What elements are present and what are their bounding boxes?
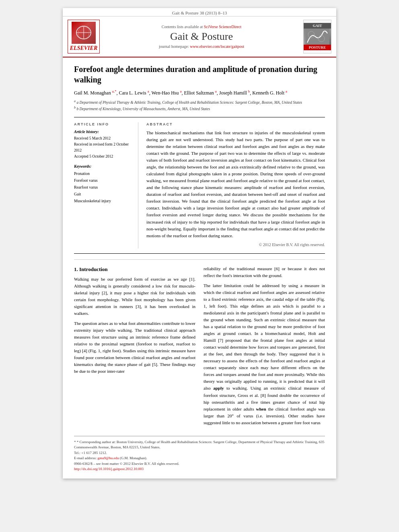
keyword-musculoskeletal: Musculoskeletal injury — [74, 197, 133, 204]
elsevier-logo: ELSEVIER — [68, 20, 100, 53]
homepage-link[interactable]: www.elsevier.com/locate/gaitpost — [190, 44, 244, 49]
article-content: Forefoot angle determines duration and a… — [63, 58, 336, 479]
footnote-corresponding: * * Corresponding author at: Boston Univ… — [74, 440, 325, 450]
abstract-column: ABSTRACT The biomechanical mechanisms th… — [146, 122, 325, 249]
journal-reference: Gait & Posture 38 (2013) 8–13 — [63, 8, 336, 16]
keyword-pronation: Pronation — [74, 170, 133, 177]
abstract-text: The biomechanical mechanisms that link f… — [146, 129, 325, 239]
article-history-label: Article history: — [74, 129, 133, 134]
gp-badge-image — [304, 29, 331, 45]
section-divider — [74, 259, 325, 260]
footnote-tel: Tel.: +1 617 285 1212. — [74, 450, 325, 456]
keyword-forefoot-varus: Forefoot varus — [74, 177, 133, 184]
doi-link[interactable]: http://dx.doi.org/10.1016/j.gaitpost.201… — [74, 467, 144, 471]
article-dates: Received 5 March 2012 Received in revise… — [74, 136, 133, 160]
sciverse-link: Contents lists available at SciVerse Sci… — [162, 25, 242, 29]
footnote-doi: http://dx.doi.org/10.1016/j.gaitpost.201… — [74, 466, 325, 472]
intro-para2: The question arises as to what foot abno… — [74, 320, 195, 375]
keywords-section: Keywords: Pronation Forefoot varus Rearf… — [74, 164, 133, 204]
article-title: Forefoot angle determines duration and a… — [74, 64, 325, 85]
journal-header: ELSEVIER Contents lists available at Sci… — [63, 16, 336, 58]
elsevier-text: ELSEVIER — [70, 45, 97, 51]
journal-center: Contents lists available at SciVerse Sci… — [104, 20, 299, 53]
authors: Gail M. Monaghan a,*, Cara L. Lewis a, W… — [74, 89, 325, 97]
journal-homepage: journal homepage: www.elsevier.com/locat… — [159, 44, 244, 49]
keyword-rearfoot-varus: Rearfoot varus — [74, 184, 133, 191]
affiliation-b: b Department of Kinesiology, University … — [76, 107, 210, 111]
intro-para1: Walking may be our preferred form of exe… — [74, 276, 195, 317]
intro-para3: reliability of the traditional measure [… — [204, 265, 325, 279]
journal-title: Gait & Posture — [170, 31, 233, 43]
journal-ref-text: Gait & Posture 38 (2013) 8–13 — [172, 10, 227, 15]
gp-badge-top: GAIT — [304, 23, 331, 29]
affiliations: a a Department of Physical Therapy & Ath… — [74, 99, 325, 112]
email-link[interactable]: gmu9@bu.edu — [97, 456, 119, 460]
intro-para4: The latter limitation could be addressed… — [204, 282, 325, 426]
affiliation-a: a Department of Physical Therapy & Athle… — [76, 101, 302, 105]
received-date: Received 5 March 2012 — [74, 136, 133, 142]
abstract-heading: ABSTRACT — [146, 122, 325, 126]
keywords-label: Keywords: — [74, 164, 133, 168]
intro-title: 1. Introduction — [74, 265, 195, 273]
copyright-line: © 2012 Elsevier B.V. All rights reserved… — [146, 242, 325, 249]
sciverse-link-anchor[interactable]: SciVerse ScienceDirect — [204, 25, 242, 29]
body-section: 1. Introduction Walking may be our prefe… — [74, 265, 325, 429]
keyword-gait: Gait — [74, 191, 133, 197]
gait-posture-badge: GAIT POSTURE — [303, 20, 331, 53]
body-right-column: reliability of the traditional measure [… — [204, 265, 325, 429]
article-info-abstract-section: ARTICLE INFO Article history: Received 5… — [74, 117, 325, 254]
gp-badge-bottom: POSTURE — [304, 45, 331, 50]
footnote-issn: 0966-6362/$ – see front matter © 2012 El… — [74, 461, 325, 467]
body-left-column: 1. Introduction Walking may be our prefe… — [74, 265, 195, 429]
revised-date: Received in revised form 2 October 2012 — [74, 142, 133, 154]
article-info-column: ARTICLE INFO Article history: Received 5… — [74, 122, 138, 249]
article-info-heading: ARTICLE INFO — [74, 122, 133, 126]
accepted-date: Accepted 5 October 2012 — [74, 154, 133, 160]
footnote-section: * * Corresponding author at: Boston Univ… — [74, 436, 325, 472]
footnote-email: E-mail address: gmu9@bu.edu (G.M. Monagh… — [74, 456, 325, 461]
